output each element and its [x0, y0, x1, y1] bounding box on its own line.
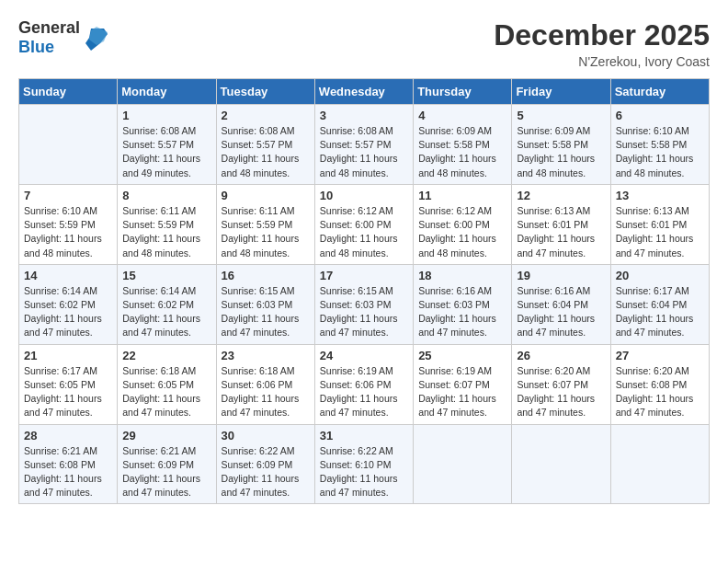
sunrise-label: Sunrise: 6:16 AM [517, 285, 590, 296]
sunset-label: Sunset: 6:08 PM [24, 459, 96, 470]
sunset-label: Sunset: 6:08 PM [616, 379, 688, 390]
day-number: 5 [517, 109, 605, 122]
daylight-label: Daylight: 11 hours and 49 minutes. [122, 153, 200, 178]
day-number: 23 [222, 349, 310, 362]
cell-info: Sunrise: 6:20 AMSunset: 6:08 PMDaylight:… [616, 364, 704, 420]
daylight-label: Daylight: 11 hours and 48 minutes. [24, 233, 102, 258]
cell-info: Sunrise: 6:20 AMSunset: 6:07 PMDaylight:… [517, 364, 605, 420]
calendar-cell: 16Sunrise: 6:15 AMSunset: 6:03 PMDayligh… [216, 264, 314, 344]
sunset-label: Sunset: 6:07 PM [517, 379, 588, 390]
sunrise-label: Sunrise: 6:16 AM [418, 285, 492, 296]
sunset-label: Sunset: 6:06 PM [222, 379, 293, 390]
cell-info: Sunrise: 6:15 AMSunset: 6:03 PMDaylight:… [320, 284, 408, 340]
day-number: 19 [517, 269, 605, 282]
daylight-label: Daylight: 11 hours and 47 minutes. [616, 393, 694, 418]
sunset-label: Sunset: 5:58 PM [616, 139, 688, 150]
col-header-tuesday: Tuesday [216, 79, 314, 105]
sunrise-label: Sunrise: 6:11 AM [222, 205, 295, 216]
logo-blue: Blue [18, 38, 54, 56]
sunrise-label: Sunrise: 6:20 AM [616, 365, 689, 376]
sunrise-label: Sunrise: 6:14 AM [122, 285, 196, 296]
sunset-label: Sunset: 6:00 PM [320, 219, 392, 230]
sunset-label: Sunset: 5:57 PM [320, 139, 392, 150]
week-row-1: 1Sunrise: 6:08 AMSunset: 5:57 PMDaylight… [19, 105, 710, 185]
sunrise-label: Sunrise: 6:10 AM [24, 205, 97, 216]
cell-info: Sunrise: 6:18 AMSunset: 6:06 PMDaylight:… [222, 364, 310, 420]
day-number: 4 [418, 109, 506, 122]
cell-info: Sunrise: 6:13 AMSunset: 6:01 PMDaylight:… [517, 204, 605, 260]
sunset-label: Sunset: 6:04 PM [517, 299, 588, 310]
calendar-cell: 12Sunrise: 6:13 AMSunset: 6:01 PMDayligh… [512, 184, 610, 264]
calendar-cell: 29Sunrise: 6:21 AMSunset: 6:09 PMDayligh… [118, 424, 216, 504]
daylight-label: Daylight: 11 hours and 47 minutes. [418, 393, 496, 418]
calendar-cell: 7Sunrise: 6:10 AMSunset: 5:59 PMDaylight… [19, 184, 118, 264]
logo-icon [82, 25, 108, 51]
month-title: December 2025 [494, 18, 710, 52]
daylight-label: Daylight: 11 hours and 47 minutes. [616, 233, 694, 258]
sunrise-label: Sunrise: 6:22 AM [320, 445, 393, 456]
sunrise-label: Sunrise: 6:14 AM [24, 285, 97, 296]
calendar-cell: 13Sunrise: 6:13 AMSunset: 6:01 PMDayligh… [610, 184, 709, 264]
sunset-label: Sunset: 5:59 PM [222, 219, 293, 230]
calendar-cell [610, 424, 709, 504]
cell-info: Sunrise: 6:15 AMSunset: 6:03 PMDaylight:… [222, 284, 310, 340]
day-number: 14 [24, 269, 112, 282]
cell-info: Sunrise: 6:17 AMSunset: 6:05 PMDaylight:… [24, 364, 112, 420]
daylight-label: Daylight: 11 hours and 48 minutes. [122, 233, 200, 258]
sunrise-label: Sunrise: 6:13 AM [616, 205, 689, 216]
cell-info: Sunrise: 6:21 AMSunset: 6:08 PMDaylight:… [24, 444, 112, 500]
sunset-label: Sunset: 6:03 PM [222, 299, 293, 310]
daylight-label: Daylight: 11 hours and 47 minutes. [222, 393, 300, 418]
calendar-cell [512, 424, 610, 504]
day-number: 24 [320, 349, 408, 362]
sunrise-label: Sunrise: 6:17 AM [24, 365, 97, 376]
col-header-thursday: Thursday [414, 79, 512, 105]
day-number: 22 [122, 349, 210, 362]
page-header: General Blue December 2025 N'Zerekou, Iv… [18, 18, 710, 69]
cell-info: Sunrise: 6:19 AMSunset: 6:06 PMDaylight:… [320, 364, 408, 420]
cell-info: Sunrise: 6:14 AMSunset: 6:02 PMDaylight:… [122, 284, 210, 340]
cell-info: Sunrise: 6:11 AMSunset: 5:59 PMDaylight:… [122, 204, 210, 260]
sunrise-label: Sunrise: 6:15 AM [320, 285, 393, 296]
sunset-label: Sunset: 6:09 PM [122, 459, 194, 470]
calendar-table: SundayMondayTuesdayWednesdayThursdayFrid… [18, 78, 710, 504]
calendar-cell: 24Sunrise: 6:19 AMSunset: 6:06 PMDayligh… [314, 344, 413, 424]
calendar-cell: 28Sunrise: 6:21 AMSunset: 6:08 PMDayligh… [19, 424, 118, 504]
daylight-label: Daylight: 11 hours and 47 minutes. [320, 313, 398, 338]
day-number: 31 [320, 429, 408, 442]
sunrise-label: Sunrise: 6:22 AM [222, 445, 295, 456]
day-number: 27 [616, 349, 704, 362]
logo: General Blue [18, 18, 108, 57]
calendar-cell [414, 424, 512, 504]
logo-general: General [18, 18, 80, 37]
daylight-label: Daylight: 11 hours and 47 minutes. [24, 313, 102, 338]
sunset-label: Sunset: 6:09 PM [222, 459, 293, 470]
day-number: 11 [418, 189, 506, 202]
day-number: 21 [24, 349, 112, 362]
sunrise-label: Sunrise: 6:13 AM [517, 205, 590, 216]
sunset-label: Sunset: 6:06 PM [320, 379, 392, 390]
sunset-label: Sunset: 6:10 PM [320, 459, 392, 470]
sunset-label: Sunset: 5:57 PM [122, 139, 194, 150]
sunset-label: Sunset: 6:04 PM [616, 299, 688, 310]
calendar-cell: 2Sunrise: 6:08 AMSunset: 5:57 PMDaylight… [216, 105, 314, 185]
daylight-label: Daylight: 11 hours and 47 minutes. [24, 473, 102, 498]
calendar-cell: 8Sunrise: 6:11 AMSunset: 5:59 PMDaylight… [118, 184, 216, 264]
daylight-label: Daylight: 11 hours and 47 minutes. [418, 313, 496, 338]
cell-info: Sunrise: 6:10 AMSunset: 5:58 PMDaylight:… [616, 124, 704, 180]
cell-info: Sunrise: 6:09 AMSunset: 5:58 PMDaylight:… [418, 124, 506, 180]
calendar-cell: 26Sunrise: 6:20 AMSunset: 6:07 PMDayligh… [512, 344, 610, 424]
calendar-cell: 11Sunrise: 6:12 AMSunset: 6:00 PMDayligh… [414, 184, 512, 264]
cell-info: Sunrise: 6:09 AMSunset: 5:58 PMDaylight:… [517, 124, 605, 180]
sunset-label: Sunset: 6:00 PM [418, 219, 490, 230]
calendar-cell: 27Sunrise: 6:20 AMSunset: 6:08 PMDayligh… [610, 344, 709, 424]
calendar-cell: 10Sunrise: 6:12 AMSunset: 6:00 PMDayligh… [314, 184, 413, 264]
cell-info: Sunrise: 6:11 AMSunset: 5:59 PMDaylight:… [222, 204, 310, 260]
col-header-monday: Monday [118, 79, 216, 105]
location-title: N'Zerekou, Ivory Coast [494, 54, 710, 69]
calendar-cell: 15Sunrise: 6:14 AMSunset: 6:02 PMDayligh… [118, 264, 216, 344]
daylight-label: Daylight: 11 hours and 47 minutes. [222, 473, 300, 498]
sunset-label: Sunset: 6:03 PM [320, 299, 392, 310]
week-row-3: 14Sunrise: 6:14 AMSunset: 6:02 PMDayligh… [19, 264, 710, 344]
daylight-label: Daylight: 11 hours and 47 minutes. [122, 393, 200, 418]
